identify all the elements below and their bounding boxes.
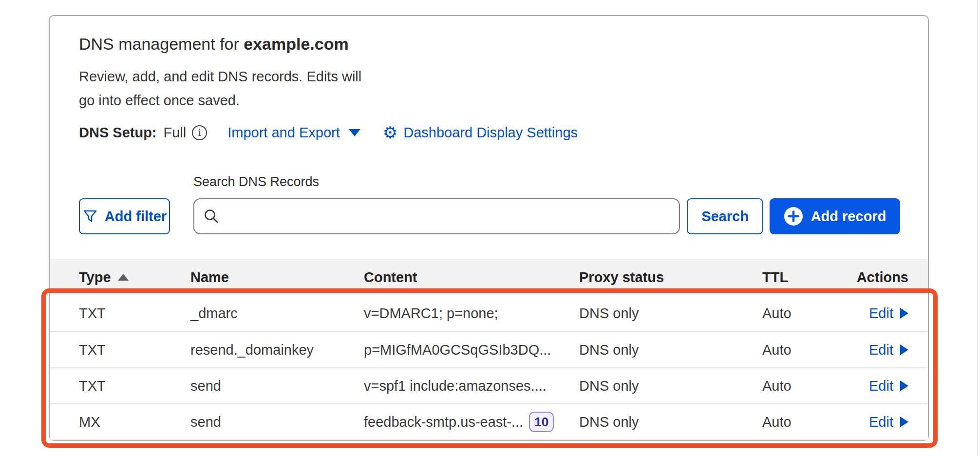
column-header-proxy-status: Proxy status	[579, 269, 762, 285]
info-icon[interactable]	[192, 125, 207, 140]
cell-actions: Edit	[845, 378, 908, 394]
cell-record-name: resend._domainkey	[190, 342, 364, 358]
page-title-prefix: DNS management for	[79, 35, 244, 53]
column-header-ttl: TTL	[762, 269, 845, 285]
add-filter-label: Add filter	[105, 209, 167, 225]
column-header-type[interactable]: Type	[79, 269, 190, 285]
cell-actions: Edit	[845, 305, 908, 322]
cell-record-content: p=MIGfMA0GCSqGSIb3DQ...	[364, 342, 579, 358]
record-content-text: v=spf1 include:amazonses....	[364, 378, 547, 394]
add-filter-button[interactable]: Add filter	[79, 198, 170, 234]
dashboard-display-settings-link[interactable]: ⚙ Dashboard Display Settings	[383, 124, 578, 141]
table-row: TXT send v=spf1 include:amazonses.... DN…	[50, 367, 928, 403]
column-header-content: Content	[364, 269, 579, 285]
search-box	[193, 198, 680, 234]
import-export-label: Import and Export	[227, 125, 340, 141]
cell-record-content: v=DMARC1; p=none;	[364, 305, 579, 322]
plus-circle-icon	[784, 207, 803, 226]
dns-setup-value: Full	[164, 125, 187, 141]
cell-actions: Edit	[845, 414, 908, 430]
edit-link[interactable]: Edit	[869, 378, 908, 394]
dns-setup-row: DNS Setup: Full Import and Export ⚙ Dash…	[79, 124, 578, 141]
gear-icon: ⚙	[383, 124, 397, 141]
cell-record-content: v=spf1 include:amazonses....	[364, 378, 579, 394]
add-record-button[interactable]: Add record	[770, 198, 900, 234]
dns-management-card: DNS management for example.com Review, a…	[49, 15, 929, 441]
search-icon	[203, 208, 220, 225]
sort-ascending-icon	[118, 274, 129, 281]
record-content-text: v=DMARC1; p=none;	[364, 305, 498, 322]
table-header: Type Name Content Proxy status TTL Actio…	[50, 259, 928, 295]
edit-label: Edit	[869, 414, 893, 430]
column-header-actions: Actions	[845, 269, 908, 285]
subtitle-line-1: Review, add, and edit DNS records. Edits…	[79, 65, 361, 89]
cell-record-type: TXT	[79, 305, 190, 322]
type-header-label: Type	[79, 269, 111, 285]
cell-proxy-status: DNS only	[579, 305, 762, 322]
search-button-label: Search	[701, 209, 749, 225]
edit-link[interactable]: Edit	[869, 342, 908, 358]
cell-record-content: feedback-smtp.us-east-... 10	[364, 412, 579, 432]
cell-record-type: MX	[79, 414, 190, 430]
dns-setup-label: DNS Setup:	[79, 125, 157, 141]
record-content-text: feedback-smtp.us-east-...	[364, 414, 523, 430]
cell-record-name: _dmarc	[190, 305, 364, 322]
table-row: TXT _dmarc v=DMARC1; p=none; DNS only Au…	[50, 295, 928, 331]
subtitle-line-2: go into effect once saved.	[79, 89, 361, 113]
viewport-edge-line	[977, 0, 978, 456]
priority-badge: 10	[529, 412, 554, 432]
cell-actions: Edit	[845, 342, 908, 358]
table-row: MX send feedback-smtp.us-east-... 10 DNS…	[50, 403, 928, 439]
edit-label: Edit	[869, 305, 893, 322]
table-row: TXT resend._domainkey p=MIGfMA0GCSqGSIb3…	[50, 331, 928, 367]
cell-ttl: Auto	[762, 342, 845, 358]
cell-record-name: send	[190, 378, 364, 394]
edit-link[interactable]: Edit	[869, 414, 908, 430]
record-content-text: p=MIGfMA0GCSqGSIb3DQ...	[364, 342, 551, 358]
edit-label: Edit	[869, 378, 893, 394]
domain-name: example.com	[244, 35, 348, 53]
cell-ttl: Auto	[762, 378, 845, 394]
chevron-right-icon	[900, 380, 908, 391]
table-body: TXT _dmarc v=DMARC1; p=none; DNS only Au…	[50, 295, 928, 440]
chevron-right-icon	[900, 344, 908, 355]
page-title: DNS management for example.com	[79, 35, 349, 54]
cell-record-name: send	[190, 414, 364, 430]
add-record-label: Add record	[811, 209, 886, 225]
cell-proxy-status: DNS only	[579, 342, 762, 358]
cell-record-type: TXT	[79, 378, 190, 394]
filter-funnel-icon	[82, 209, 98, 224]
display-settings-label: Dashboard Display Settings	[403, 125, 578, 141]
search-input[interactable]	[225, 199, 670, 234]
import-export-dropdown[interactable]: Import and Export	[227, 125, 360, 141]
cell-record-type: TXT	[79, 342, 190, 358]
chevron-down-icon	[349, 129, 360, 136]
cell-ttl: Auto	[762, 305, 845, 322]
page-subtitle: Review, add, and edit DNS records. Edits…	[79, 65, 361, 113]
cell-proxy-status: DNS only	[579, 378, 762, 394]
column-header-name: Name	[190, 269, 364, 285]
search-button[interactable]: Search	[687, 198, 763, 234]
edit-link[interactable]: Edit	[869, 305, 908, 322]
edit-label: Edit	[869, 342, 893, 358]
chevron-right-icon	[900, 308, 908, 319]
search-field-label: Search DNS Records	[193, 174, 319, 190]
chevron-right-icon	[900, 417, 908, 427]
cell-proxy-status: DNS only	[579, 414, 762, 430]
cell-ttl: Auto	[762, 414, 845, 430]
